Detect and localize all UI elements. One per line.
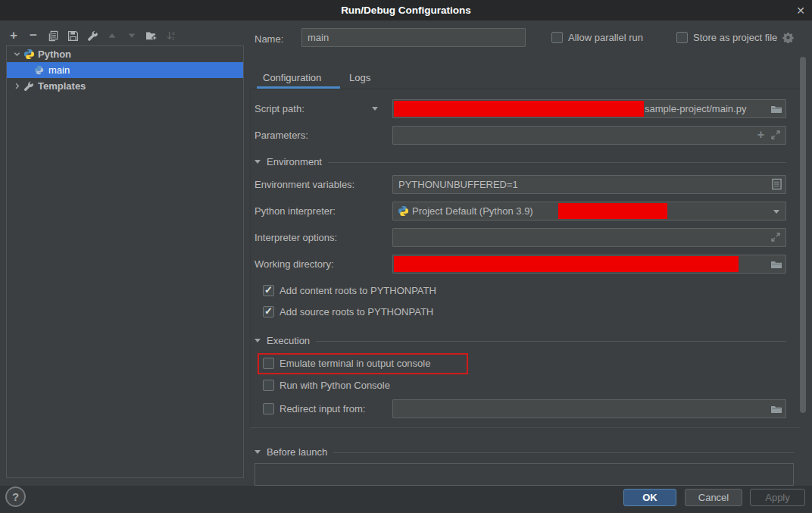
- name-value: main: [308, 32, 329, 43]
- form-viewport-border: [250, 89, 251, 428]
- run-with-python-console-row: Run with Python Console: [263, 380, 390, 391]
- redaction-block: [558, 203, 667, 219]
- python-logo-icon: [398, 205, 409, 217]
- close-icon[interactable]: ✕: [796, 0, 805, 20]
- add-icon[interactable]: +: [8, 30, 20, 42]
- section-title: Before launch: [267, 446, 327, 458]
- redaction-block: [394, 101, 644, 117]
- store-as-project-file-label: Store as project file: [693, 32, 777, 43]
- chevron-down-icon[interactable]: [10, 50, 23, 58]
- copy-configuration-icon[interactable]: [47, 30, 59, 42]
- working-directory-label: Working directory:: [255, 258, 334, 270]
- ok-button[interactable]: OK: [623, 489, 676, 506]
- gear-icon[interactable]: [782, 32, 794, 43]
- section-title: Execution: [267, 335, 310, 346]
- python-interpreter-label: Python interpreter:: [255, 205, 336, 217]
- run-debug-configurations-dialog: Run/Debug Configurations ✕ + − az: [0, 0, 812, 513]
- add-source-roots-row: Add source roots to PYTHONPATH: [263, 306, 433, 317]
- emulate-terminal-checkbox[interactable]: [263, 358, 274, 369]
- parameters-label: Parameters:: [255, 130, 308, 141]
- emulate-terminal-label: Emulate terminal in output console: [280, 358, 430, 369]
- environment-variables-label: Environment variables:: [255, 179, 354, 190]
- environment-variables-value: PYTHONUNBUFFERED=1: [398, 179, 518, 190]
- dialog-title: Run/Debug Configurations: [341, 5, 471, 16]
- redirect-input-label: Redirect input from:: [280, 403, 365, 414]
- python-interpreter-value: Project Default (Python 3.9): [412, 205, 533, 217]
- collapse-triangle-icon[interactable]: [255, 339, 261, 343]
- tabbar-divider: [250, 89, 800, 89]
- tree-item-main[interactable]: main: [7, 62, 243, 78]
- script-path-input[interactable]: sample-project/main.py: [392, 99, 786, 118]
- store-as-project-file-checkbox[interactable]: [676, 32, 688, 43]
- macros-plus-icon[interactable]: +: [757, 128, 764, 142]
- form-viewport-border-bottom: [250, 427, 800, 428]
- tree-item-label: main: [48, 64, 70, 76]
- help-icon[interactable]: ?: [5, 486, 26, 507]
- python-logo-icon: [23, 48, 36, 61]
- redirect-input-row: Redirect input from:: [263, 403, 365, 414]
- allow-parallel-run-label: Allow parallel run: [568, 32, 643, 43]
- working-directory-input[interactable]: [392, 255, 786, 274]
- browse-folder-icon[interactable]: [770, 258, 782, 271]
- section-environment[interactable]: Environment: [255, 156, 786, 167]
- redirect-input-checkbox[interactable]: [263, 403, 274, 414]
- section-execution[interactable]: Execution: [255, 335, 786, 346]
- section-divider: [333, 452, 794, 453]
- vertical-scrollbar-thumb[interactable]: [800, 57, 806, 413]
- allow-parallel-run-checkbox[interactable]: [551, 32, 563, 43]
- tree-item-python[interactable]: Python: [7, 46, 243, 62]
- apply-button[interactable]: Apply: [750, 489, 805, 506]
- add-source-roots-checkbox[interactable]: [263, 306, 274, 317]
- chevron-right-icon[interactable]: [10, 82, 23, 90]
- parameters-input[interactable]: +: [392, 126, 786, 145]
- configurations-tree: Python main Templates: [6, 45, 244, 478]
- move-up-icon[interactable]: [106, 30, 118, 42]
- edit-variables-icon[interactable]: [772, 178, 782, 190]
- add-content-roots-row: Add content roots to PYTHONPATH: [263, 285, 436, 296]
- expand-field-icon[interactable]: [770, 130, 781, 140]
- tab-logs[interactable]: Logs: [349, 72, 370, 83]
- titlebar: Run/Debug Configurations ✕: [0, 0, 812, 20]
- allow-parallel-run-checkbox-row: Allow parallel run: [551, 32, 643, 43]
- environment-variables-input[interactable]: PYTHONUNBUFFERED=1: [392, 175, 786, 194]
- section-divider: [328, 162, 786, 163]
- section-divider: [316, 341, 786, 342]
- name-input[interactable]: main: [301, 28, 526, 47]
- emulate-terminal-row: Emulate terminal in output console: [263, 358, 430, 369]
- redaction-block: [394, 256, 739, 272]
- section-before-launch[interactable]: Before launch: [255, 446, 794, 458]
- tree-item-label: Python: [38, 48, 71, 60]
- save-configuration-icon[interactable]: [67, 30, 79, 42]
- sort-alphabetically-icon[interactable]: az: [165, 30, 177, 42]
- tree-item-label: Templates: [38, 80, 86, 92]
- run-with-python-console-label: Run with Python Console: [280, 380, 390, 391]
- expand-field-icon[interactable]: [770, 232, 781, 242]
- move-down-icon[interactable]: [126, 30, 138, 42]
- before-launch-task-list[interactable]: [255, 463, 794, 486]
- edit-templates-icon[interactable]: [86, 30, 98, 42]
- script-path-dropdown-icon[interactable]: [372, 107, 378, 111]
- new-folder-icon[interactable]: [145, 30, 158, 42]
- python-interpreter-select[interactable]: Project Default (Python 3.9): [392, 202, 786, 221]
- chevron-down-icon[interactable]: [773, 210, 779, 214]
- tree-item-templates[interactable]: Templates: [7, 78, 243, 94]
- collapse-triangle-icon[interactable]: [255, 450, 261, 454]
- script-path-value: sample-project/main.py: [645, 103, 746, 114]
- script-path-label: Script path:: [255, 103, 304, 114]
- section-title: Environment: [267, 156, 322, 167]
- browse-folder-icon[interactable]: [770, 403, 782, 415]
- store-as-project-file-checkbox-row: Store as project file: [676, 32, 794, 43]
- tab-configuration[interactable]: Configuration: [263, 72, 321, 83]
- configurations-toolbar: + − az: [8, 29, 177, 42]
- redirect-input-file-input[interactable]: [392, 399, 786, 418]
- collapse-triangle-icon[interactable]: [255, 160, 261, 164]
- add-content-roots-checkbox[interactable]: [263, 285, 274, 296]
- interpreter-options-label: Interpreter options:: [255, 232, 337, 243]
- interpreter-options-input[interactable]: [392, 228, 786, 247]
- svg-text:z: z: [171, 36, 173, 41]
- run-with-python-console-checkbox[interactable]: [263, 380, 274, 391]
- remove-icon[interactable]: −: [27, 30, 39, 42]
- browse-folder-icon[interactable]: [770, 103, 782, 115]
- cancel-button[interactable]: Cancel: [685, 489, 742, 506]
- name-label: Name:: [255, 33, 283, 45]
